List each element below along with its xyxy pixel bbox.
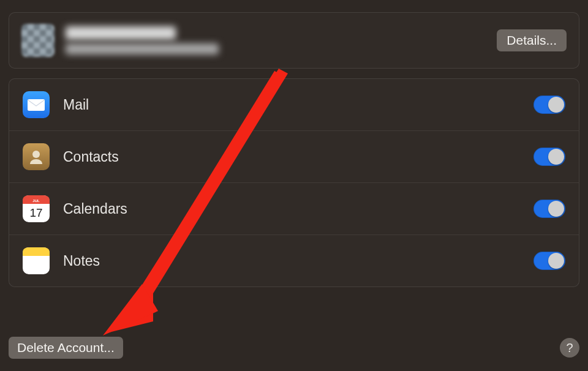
svg-marker-17 — [103, 284, 158, 335]
delete-account-button[interactable]: Delete Account... — [9, 337, 123, 359]
svg-rect-11 — [23, 252, 50, 256]
mail-toggle[interactable] — [533, 96, 565, 114]
service-label: Contacts — [63, 149, 520, 165]
service-row-mail: Mail — [9, 79, 579, 131]
services-list: Mail Contacts — [9, 78, 579, 287]
notes-toggle[interactable] — [533, 252, 565, 270]
service-row-notes: Notes — [9, 235, 579, 287]
account-header: Details... — [9, 12, 579, 69]
svg-marker-14 — [109, 291, 153, 331]
service-row-calendars: JUL 17 Calendars — [9, 183, 579, 235]
account-info — [66, 26, 486, 54]
calendars-toggle[interactable] — [533, 200, 565, 218]
svg-point-3 — [32, 151, 40, 158]
service-label: Calendars — [63, 201, 520, 217]
account-email-redacted — [66, 43, 219, 54]
contacts-toggle[interactable] — [533, 148, 565, 166]
help-button[interactable]: ? — [560, 338, 579, 358]
details-button[interactable]: Details... — [497, 29, 567, 51]
notes-icon — [23, 247, 50, 274]
account-name-redacted — [66, 26, 176, 40]
svg-rect-1 — [28, 99, 45, 111]
bottom-bar: Delete Account... ? — [9, 337, 579, 359]
service-row-contacts: Contacts — [9, 131, 579, 183]
calendar-icon: JUL 17 — [23, 195, 50, 222]
svg-marker-15 — [109, 288, 153, 332]
service-label: Mail — [63, 97, 520, 113]
service-label: Notes — [63, 253, 520, 269]
svg-text:JUL: JUL — [32, 199, 40, 203]
mail-icon — [23, 91, 50, 118]
contacts-icon — [23, 143, 50, 170]
svg-text:17: 17 — [29, 206, 42, 219]
account-avatar — [21, 24, 55, 57]
